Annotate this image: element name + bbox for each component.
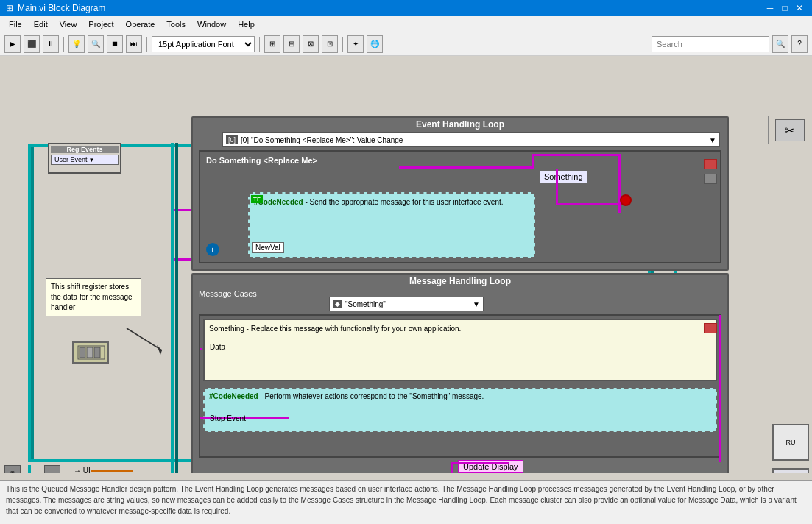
close-button[interactable]: ✕ <box>793 1 806 15</box>
svg-rect-6 <box>172 209 174 261</box>
event-case-selector[interactable]: [0] [0] "Do Something <Replace Me>": Val… <box>222 132 720 147</box>
case-dropdown-icon[interactable]: ▼ <box>709 136 716 144</box>
titlebar: ⊞ Main.vi Block Diagram ─ □ ✕ <box>0 0 812 16</box>
ui-arrow-label: → UI <box>74 467 91 473</box>
svg-line-17 <box>127 328 162 350</box>
svg-rect-21 <box>532 154 620 156</box>
tooltip-text: This shift register stores the data for … <box>51 283 133 311</box>
svg-rect-22 <box>618 154 621 213</box>
scissors-icon: ✂ <box>775 119 805 141</box>
svg-rect-32 <box>87 347 93 358</box>
message-cases-label: Message Cases <box>199 289 257 298</box>
msg-case-value: "Something" <box>345 300 386 308</box>
toolbar-sep-2 <box>146 37 147 52</box>
search-input[interactable] <box>652 36 769 52</box>
newval-label: NewVal <box>252 242 284 253</box>
bottom-left-block-1: ⊞ <box>4 465 21 473</box>
user-event-label: User Event ▼ <box>51 155 119 165</box>
menu-edit[interactable]: Edit <box>28 18 54 30</box>
toolbar-dist[interactable]: ⊟ <box>283 35 300 53</box>
svg-rect-31 <box>80 347 85 358</box>
bottom-left-block-2 <box>44 465 60 473</box>
menu-view[interactable]: View <box>54 18 83 30</box>
toolbar-clean[interactable]: ✦ <box>347 35 364 53</box>
stop-terminal-msg <box>704 323 717 333</box>
msg-dropdown-icon[interactable]: ▼ <box>473 300 480 308</box>
data-label: Data <box>210 343 225 351</box>
svg-rect-0 <box>28 144 31 461</box>
svg-rect-10 <box>171 143 174 473</box>
case-index: [0] <box>226 135 238 144</box>
menu-operate[interactable]: Operate <box>120 18 161 30</box>
toolbar-resize[interactable]: ⊠ <box>303 35 319 53</box>
minimize-button[interactable]: ─ <box>763 1 777 15</box>
menu-tools[interactable]: Tools <box>160 18 191 30</box>
msg-case-frame: Something - Replace this message with fu… <box>199 314 721 458</box>
toolbar-probe[interactable]: 🔍 <box>88 35 104 53</box>
toolbar-align[interactable]: ⊞ <box>264 35 280 53</box>
event-case-frame: Do Something <Replace Me> i #CodeNeeded … <box>199 150 721 263</box>
toolbar-bp[interactable]: ⏹ <box>107 35 123 53</box>
menubar: File Edit View Project Operate Tools Win… <box>0 16 812 32</box>
toolbar: ▶ ⬛ ⏸ 💡 🔍 ⏹ ⏭ 15pt Application Font ⊞ ⊟ … <box>0 32 812 56</box>
maximize-button[interactable]: □ <box>778 1 791 15</box>
call-c-block: Call C built : <box>772 468 809 473</box>
status-text: This is the Queued Message Handler desig… <box>6 485 797 515</box>
titlebar-title: Main.vi Block Diagram <box>18 3 105 13</box>
toolbar-light[interactable]: 💡 <box>68 35 85 53</box>
search-button[interactable]: 🔍 <box>772 35 788 53</box>
menu-project[interactable]: Project <box>82 18 119 30</box>
svg-rect-20 <box>532 154 534 169</box>
toolbar-step[interactable]: ⏭ <box>126 35 142 53</box>
event-loop-title: Event Handling Loop <box>193 118 727 131</box>
message-handling-loop: Message Handling Loop Message Cases ◆ "S… <box>191 273 729 473</box>
menu-help[interactable]: Help <box>232 18 261 30</box>
update-display-label: Update Display <box>458 460 523 473</box>
reg-events-label: Reg Events <box>51 146 119 153</box>
svg-rect-11 <box>175 143 178 473</box>
toolbar-stop[interactable]: ⬛ <box>24 35 40 53</box>
dropdown-arrow-icon[interactable]: ▼ <box>89 157 95 163</box>
menu-file[interactable]: File <box>3 18 28 30</box>
ru-label: RU <box>786 439 796 446</box>
toolbar-reorder[interactable]: ⊡ <box>322 35 338 53</box>
ru-block: RU <box>772 424 809 461</box>
toolbar-sep-1 <box>63 37 64 52</box>
svg-rect-19 <box>399 166 532 169</box>
reg-events-block: Reg Events User Event ▼ <box>48 143 121 174</box>
svg-rect-27 <box>451 462 453 473</box>
shift-reg-icon <box>77 344 105 361</box>
something-case-box: Something - Replace this message with fu… <box>203 319 717 381</box>
something-label: Something <box>539 170 588 183</box>
code-needed-event-text: - Send the appropriate message for this … <box>305 198 503 206</box>
msg-case-diamond: ◆ <box>333 300 342 308</box>
right-side-panel: ✂ RU Call C built : <box>768 116 811 144</box>
event-case-value: [0] "Do Something <Replace Me>": Value C… <box>241 136 403 144</box>
svg-rect-14 <box>28 465 31 473</box>
app-icon: ⊞ <box>6 3 13 13</box>
event-handling-loop: Event Handling Loop [0] [0] "Do Somethin… <box>191 116 729 271</box>
true-constant: TF <box>251 195 263 203</box>
help-button[interactable]: ? <box>791 35 808 53</box>
code-needed-msg-text: - Perform whatever actions correspond to… <box>260 392 484 400</box>
stop-event-label: Stop Event <box>210 414 246 422</box>
canvas: Reg Events User Event ▼ Event Handling L… <box>0 56 812 473</box>
code-needed-event-box: #CodeNeeded - Send the appropriate messa… <box>248 192 535 258</box>
toolbar-sep-3 <box>259 37 260 52</box>
msg-case-selector[interactable]: ◆ "Something" ▼ <box>329 297 484 311</box>
toolbar-env[interactable]: 🌐 <box>367 35 383 53</box>
event-case-label: Do Something <Replace Me> <box>206 156 317 165</box>
toolbar-pause[interactable]: ⏸ <box>43 35 59 53</box>
shift-register-block <box>72 341 109 364</box>
status-bar: This is the Queued Message Handler desig… <box>0 480 812 524</box>
font-selector[interactable]: 15pt Application Font <box>152 36 255 52</box>
toolbar-run[interactable]: ▶ <box>4 35 21 53</box>
titlebar-controls: ─ □ ✕ <box>763 1 806 15</box>
code-needed-msg-label: #CodeNeeded <box>209 392 258 400</box>
code-needed-msg-box: #CodeNeeded - Perform whatever actions c… <box>203 388 717 432</box>
stop-terminal-event <box>704 159 717 169</box>
svg-marker-18 <box>157 345 162 355</box>
msg-loop-title: Message Handling Loop <box>193 275 727 288</box>
menu-window[interactable]: Window <box>191 18 232 30</box>
svg-rect-1 <box>31 144 34 461</box>
